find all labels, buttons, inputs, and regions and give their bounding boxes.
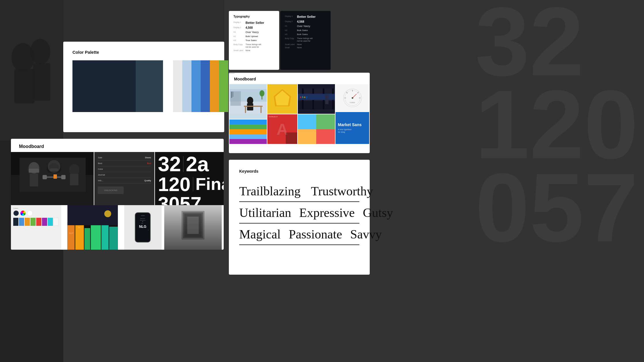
moodboard-col4: TUNER Market Sans A new typefacefor ebay (336, 84, 369, 144)
phone-mockup: BusinessEconomicsAISC... NLG C (135, 212, 151, 242)
ui-label-info: Info... (98, 179, 103, 182)
ui-row-journal: Journal (98, 172, 151, 178)
typo-value-display1: Better Seller (246, 21, 264, 24)
phone-notch (141, 215, 145, 216)
market-sans-subtitle: A new typefacefor ebay (338, 128, 351, 133)
moodboard-gauge-img: TUNER (336, 84, 369, 111)
typo-row-display1: Display 1 Better Seller (233, 21, 275, 24)
typo-row-small-label: Small Label None (233, 49, 275, 51)
ui-row-color: Color (98, 166, 151, 172)
svg-rect-68 (101, 224, 109, 250)
svg-point-42 (352, 97, 353, 99)
svg-rect-33 (325, 99, 329, 104)
typo-dark-row-small2: Small None (285, 47, 326, 49)
moodboard-col1 (229, 84, 267, 144)
moodboard-stripes-img (229, 120, 267, 144)
moodboard-market-sans-img: Market Sans A new typefacefor ebay (336, 112, 369, 144)
svg-rect-57 (70, 174, 78, 185)
typo-dark-label-small: Small Label (285, 43, 297, 45)
typo-dark-row-h1: H1 Over Yeezy (285, 25, 326, 28)
typo-value-h2: Bulk Upload (246, 35, 258, 38)
typo-dark-value-small2: None (297, 47, 302, 49)
typo-dark-label-display2: Display 2 (285, 20, 297, 23)
typo-label-h2: H2 (233, 35, 246, 38)
typo-dark-label-body: Body Copy (285, 37, 297, 42)
moodboard-bottom-bot-row: Colors (11, 205, 224, 250)
swatch-light (173, 60, 182, 112)
keyword-utilitarian: Utilitarian (239, 205, 291, 220)
typo-dark-value-body: These listings willnot be used for (297, 37, 313, 42)
moodboard-subway-img: e b a y (298, 84, 335, 114)
numbers-mid-row: 120 Final (158, 174, 221, 194)
color-palette-title: Color Palette (72, 50, 215, 55)
typo-dark-label-h3: H3 (285, 33, 297, 36)
typo-dark-label-small2: Small (285, 47, 297, 49)
svg-rect-64 (68, 225, 75, 250)
typo-row-body: Body Copy These listings willnot be used… (233, 43, 275, 48)
ui-value-sale: Shoes (145, 156, 151, 159)
moodboard-bottom-card: Moodboard (11, 139, 224, 250)
ui-panel-content: Sale Shoes Best Red Color Journal Info..… (94, 152, 154, 197)
ui-row-sale: Sale Shoes (98, 155, 151, 161)
numbers-top-row: 32 2a (158, 154, 221, 174)
svg-line-41 (352, 94, 356, 98)
phone-c-label: C (148, 229, 149, 231)
ui-label-sale: Sale (98, 156, 102, 159)
numbers-separator-2 (193, 177, 193, 191)
ui-label-journal: Journal (98, 174, 105, 176)
typography-card-dark: Display 1 Better Seller Display 2 4,568 … (280, 11, 331, 70)
typo-value-h3: True Sales (246, 39, 256, 42)
svg-rect-59 (43, 175, 47, 179)
unlocking-label: UNLOCKING (104, 189, 117, 191)
moodboard-col3: e b a y (298, 84, 335, 144)
color-dots-row (13, 210, 59, 216)
moodboard-motorcyclists-img (11, 152, 94, 205)
moodboard-col2: A Certificate of (267, 84, 297, 144)
number-3057: 3057 (158, 194, 201, 205)
keyword-expressive: Expressive (299, 205, 355, 220)
numbers-separator-1 (183, 156, 183, 172)
moodboard-gray-img (162, 205, 224, 250)
dot-white (27, 210, 33, 216)
typo-dark-value-display2: 4,568 (297, 20, 304, 23)
keywords-row-2: Utilitarian Expressive Gutsy (239, 205, 359, 224)
number-120: 120 (158, 174, 190, 194)
keywords-title: Keywords (239, 169, 359, 174)
keyword-trustworthy: Trustworthy (311, 184, 373, 199)
typo-dark-row-h2: H2 Bulk Sales (285, 29, 326, 32)
typo-value-display2: 4,568 (246, 26, 253, 29)
svg-rect-16 (260, 107, 262, 113)
typo-dark-row-body: Body Copy These listings willnot be used… (285, 37, 326, 42)
swatch-orange (210, 60, 219, 112)
typo-row-display2: Display 2 4,568 (233, 26, 275, 29)
typo-dark-value-h1: Over Yeezy (297, 25, 310, 28)
typo-label-h1: H1 (233, 31, 246, 34)
svg-rect-13 (247, 103, 253, 110)
svg-rect-66 (85, 228, 90, 250)
svg-text:SUP: SUP (69, 232, 74, 234)
moodboard-phone-img: BusinessEconomicsAISC... NLG C (124, 205, 162, 250)
typo-label-small-label: Small Label (233, 49, 246, 51)
moodboard-ui-panel: Sale Shoes Best Red Color Journal Info..… (94, 152, 154, 205)
keyword-magical: Magical (239, 227, 281, 242)
moodboard-yellow-img (267, 84, 297, 114)
mini-swatches (13, 218, 59, 235)
typography-title: Typography (233, 15, 275, 18)
unlocking-button[interactable]: UNLOCKING (98, 186, 124, 194)
svg-rect-6 (33, 63, 50, 101)
svg-rect-78 (187, 217, 199, 234)
svg-rect-1 (63, 0, 224, 42)
moodboard-right-grid: A Certificate of e (229, 84, 370, 145)
svg-rect-14 (244, 106, 262, 107)
swatch-deep-blue (201, 60, 210, 112)
number-32: 32 (158, 154, 181, 174)
svg-text:y: y (306, 96, 307, 99)
typo-dark-row-display2: Display 2 4,568 (285, 20, 326, 23)
dark-swatches-group (72, 60, 163, 112)
svg-rect-10 (231, 92, 232, 98)
svg-marker-20 (275, 90, 290, 105)
svg-point-18 (260, 90, 264, 97)
swatch-green (219, 60, 228, 112)
moodboard-office-img (229, 84, 267, 119)
svg-rect-61 (53, 174, 57, 179)
